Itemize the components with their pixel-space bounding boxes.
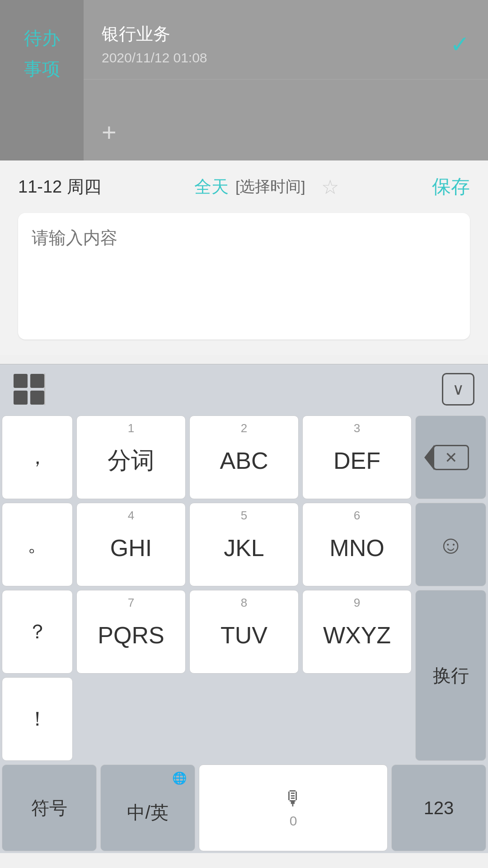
add-todo-button[interactable]: +	[102, 118, 117, 147]
todo-sidebar: 待办 事项	[0, 0, 84, 160]
key-number-3: 3	[303, 421, 411, 435]
key-row-3: 7 PQRS 8 TUV 9 WXYZ	[75, 588, 413, 675]
comma-key[interactable]: ，	[2, 415, 73, 499]
key-label-jkl: JKL	[224, 534, 264, 561]
key-number-1: 1	[77, 421, 185, 435]
key-abc[interactable]: 2 ABC	[189, 415, 299, 499]
toolbar-divider	[44, 373, 45, 405]
collapse-keyboard-button[interactable]: ∨	[442, 373, 474, 406]
editor-header: 11-12 周四 全天 [选择时间] ☆ 保存	[18, 174, 470, 199]
key-mno[interactable]: 6 MNO	[302, 503, 412, 586]
question-key[interactable]: ？	[2, 590, 73, 674]
symbol-key[interactable]: 符号	[2, 764, 97, 851]
key-wxyz[interactable]: 9 WXYZ	[302, 590, 412, 674]
emoji-key[interactable]: ☺	[415, 503, 486, 586]
action-column: ✕ ☺ 换行	[413, 414, 488, 763]
keyboard-main-area: ， 。 ？ ！ 1 分词 2 ABC 3 DEF	[0, 414, 488, 763]
key-label-mno: MNO	[329, 534, 384, 561]
allday-label[interactable]: 全天	[194, 175, 229, 198]
key-row-2: 4 GHI 5 JKL 6 MNO	[75, 501, 413, 588]
smiley-icon: ☺	[438, 530, 464, 559]
key-number-6: 6	[303, 509, 411, 523]
period-key[interactable]: 。	[2, 503, 73, 586]
key-number-4: 4	[77, 509, 185, 523]
key-def[interactable]: 3 DEF	[302, 415, 412, 499]
todo-item-date: 2020/11/12 01:08	[102, 50, 207, 66]
key-tuv[interactable]: 8 TUV	[189, 590, 299, 674]
key-number-9: 9	[303, 596, 411, 610]
grid-icon[interactable]	[14, 374, 44, 405]
key-jkl[interactable]: 5 JKL	[189, 503, 299, 586]
grid-cell-4	[30, 391, 44, 405]
key-label-pqrs: PQRS	[98, 622, 164, 649]
punctuation-column: ， 。 ？ ！	[0, 414, 75, 763]
todo-item-title: 银行业务	[102, 23, 207, 46]
main-keys: 1 分词 2 ABC 3 DEF 4 GHI 5	[75, 414, 413, 763]
sidebar-label-todo: 待办	[24, 27, 60, 49]
delete-key[interactable]: ✕	[415, 415, 486, 499]
key-label-wxyz: WXYZ	[323, 622, 391, 649]
todo-content: 银行业务 2020/11/12 01:08 ✓ +	[84, 0, 488, 160]
delete-x-icon: ✕	[445, 448, 457, 467]
key-pqrs[interactable]: 7 PQRS	[76, 590, 186, 674]
select-time-label[interactable]: [选择时间]	[235, 176, 305, 197]
key-number-7: 7	[77, 596, 185, 610]
editor-date: 11-12 周四	[18, 175, 101, 198]
star-icon[interactable]: ☆	[321, 175, 339, 198]
todo-item[interactable]: 银行业务 2020/11/12 01:08 ✓	[84, 9, 488, 80]
lang-switch-key[interactable]: 🌐 中/英	[100, 764, 195, 851]
grid-cell-3	[14, 391, 28, 405]
number-key[interactable]: 123	[391, 764, 486, 851]
content-input[interactable]	[18, 213, 470, 340]
key-number-5: 5	[190, 509, 298, 523]
editor-section: 11-12 周四 全天 [选择时间] ☆ 保存	[0, 160, 488, 355]
keyboard-toolbar: ∨	[0, 364, 488, 414]
key-number-8: 8	[190, 596, 298, 610]
key-row-1: 1 分词 2 ABC 3 DEF	[75, 414, 413, 501]
chevron-down-icon: ∨	[452, 380, 464, 399]
sidebar-label-item: 事项	[24, 58, 60, 80]
enter-label: 换行	[433, 663, 469, 688]
delete-icon: ✕	[433, 445, 469, 470]
key-fenci[interactable]: 1 分词	[76, 415, 186, 499]
todo-checkmark-icon[interactable]: ✓	[450, 31, 470, 58]
todo-item-info: 银行业务 2020/11/12 01:08	[102, 23, 207, 66]
key-label-def: DEF	[333, 447, 380, 474]
keyboard-bottom-row: 符号 🌐 中/英 🎙 0 123	[0, 763, 488, 853]
enter-key[interactable]: 换行	[415, 590, 486, 761]
key-number-2: 2	[190, 421, 298, 435]
globe-icon: 🌐	[172, 771, 187, 785]
todo-background: 待办 事项 银行业务 2020/11/12 01:08 ✓ +	[0, 0, 488, 160]
key-label-tuv: TUV	[221, 622, 267, 649]
delete-shape: ✕	[433, 445, 469, 470]
space-key[interactable]: 🎙 0	[199, 764, 388, 851]
space-number: 0	[290, 813, 297, 829]
keyboard: ， 。 ？ ！ 1 分词 2 ABC 3 DEF	[0, 414, 488, 853]
editor-time-section: 全天 [选择时间] ☆	[194, 175, 339, 198]
grid-cell-1	[14, 374, 28, 388]
exclaim-key[interactable]: ！	[2, 677, 73, 761]
grid-cell-2	[30, 374, 44, 388]
key-label-fenci: 分词	[108, 445, 155, 476]
key-label-ghi: GHI	[110, 534, 152, 561]
key-ghi[interactable]: 4 GHI	[76, 503, 186, 586]
mic-icon: 🎙	[283, 787, 303, 810]
lang-label: 中/英	[127, 800, 168, 825]
key-label-abc: ABC	[220, 447, 268, 474]
save-button[interactable]: 保存	[432, 174, 470, 199]
